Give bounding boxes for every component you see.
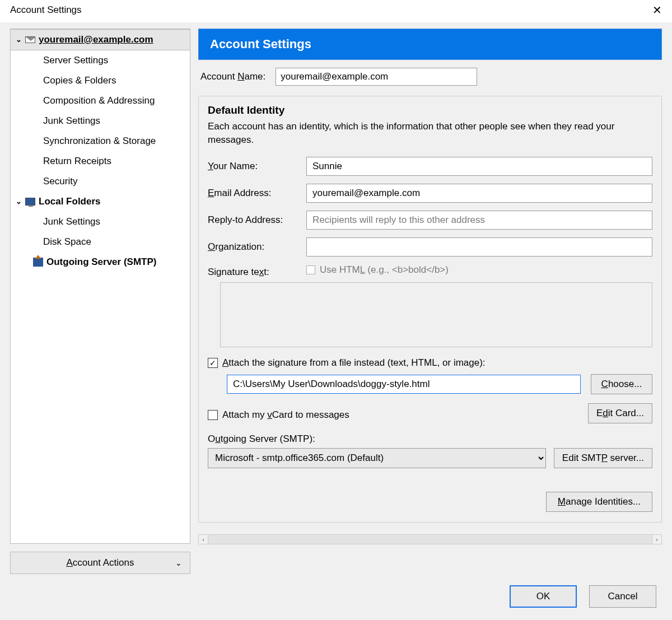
horizontal-scrollbar[interactable]: ‹ › [198, 534, 662, 545]
identity-title: Default Identity [208, 104, 652, 116]
account-tree[interactable]: ⌄ youremail@example.com Server Settings … [10, 29, 190, 544]
use-html-row: Use HTML (e.g., <b>bold</b>) [306, 264, 652, 276]
sidebar-local-folders[interactable]: ⌄ Local Folders [11, 192, 190, 212]
scroll-left-icon[interactable]: ‹ [198, 534, 208, 544]
chevron-down-icon: ⌄ [15, 36, 22, 43]
sidebar-item-server-settings[interactable]: Server Settings [11, 50, 190, 71]
vcard-label: Attach my vCard to messages [222, 409, 349, 421]
chevron-down-icon: ⌄ [15, 198, 22, 205]
sidebar-item-composition[interactable]: Composition & Addressing [11, 91, 190, 111]
vcard-row: Attach my vCard to messages Edit Card... [208, 403, 652, 423]
account-actions-dropdown[interactable]: Account Actions ⌄ [10, 552, 190, 574]
your-name-label: Your Name: [208, 161, 306, 172]
edit-smtp-button[interactable]: Edit SMTP server... [554, 448, 652, 468]
outgoing-row: Microsoft - smtp.office365.com (Default)… [208, 448, 652, 468]
file-path-input[interactable] [227, 375, 581, 394]
account-name-label: Account Name: [200, 71, 265, 82]
reply-input[interactable] [306, 211, 652, 230]
chevron-down-icon: ⌄ [175, 558, 182, 567]
outgoing-label: Outgoing Server (SMTP): [208, 433, 652, 445]
attach-file-label: Attach the signature from a file instead… [222, 357, 486, 369]
monitor-icon [25, 198, 35, 206]
sidebar: ⌄ youremail@example.com Server Settings … [10, 23, 190, 574]
sidebar-item-return-receipts[interactable]: Return Receipts [11, 151, 190, 171]
default-identity-panel: Default Identity Each account has an ide… [198, 96, 662, 523]
org-label: Organization: [208, 241, 306, 253]
your-name-row: Your Name: [208, 157, 652, 176]
use-html-label: Use HTML (e.g., <b>bold</b>) [320, 264, 449, 276]
sidebar-item-sync-storage[interactable]: Synchronization & Storage [11, 131, 190, 151]
email-label: Email Address: [208, 188, 306, 199]
sig-row: Signature text: Use HTML (e.g., <b>bold<… [208, 264, 652, 280]
signature-textarea [220, 282, 652, 347]
sidebar-account-label: youremail@example.com [39, 32, 153, 48]
manage-row: Manage Identities... [208, 492, 652, 512]
email-input[interactable] [306, 184, 652, 203]
use-html-checkbox[interactable] [306, 265, 315, 274]
reply-row: Reply-to Address: [208, 211, 652, 230]
close-icon[interactable]: ✕ [650, 3, 664, 17]
sidebar-account-root[interactable]: ⌄ youremail@example.com [11, 29, 190, 50]
sig-text-row [208, 282, 652, 347]
scroll-right-icon[interactable]: › [652, 534, 662, 544]
sidebar-item-disk-space[interactable]: Disk Space [11, 232, 190, 252]
account-name-row: Account Name: [198, 60, 662, 96]
choose-button[interactable]: Choose... [591, 374, 652, 394]
account-actions-label: Account Actions [67, 557, 134, 568]
dialog-footer: OK Cancel [0, 574, 672, 620]
panel-header: Account Settings [198, 29, 662, 60]
manage-identities-button[interactable]: Manage Identities... [546, 492, 652, 512]
sidebar-item-security[interactable]: Security [11, 171, 190, 192]
vcard-checkbox[interactable] [208, 410, 218, 420]
identity-desc: Each account has an identity, which is t… [208, 120, 652, 147]
sidebar-item-local-junk[interactable]: Junk Settings [11, 212, 190, 232]
attach-file-checkbox[interactable] [208, 358, 218, 368]
sidebar-outgoing-smtp[interactable]: Outgoing Server (SMTP) [11, 252, 190, 272]
cancel-button[interactable]: Cancel [589, 585, 656, 608]
your-name-input[interactable] [306, 157, 652, 176]
org-input[interactable] [306, 237, 652, 257]
main-panel: Account Settings Account Name: Default I… [198, 23, 662, 574]
scroll-track[interactable] [208, 534, 652, 544]
file-path-row: Choose... [227, 374, 652, 394]
sidebar-item-copies-folders[interactable]: Copies & Folders [11, 71, 190, 91]
ok-button[interactable]: OK [510, 585, 577, 608]
window-title: Account Settings [10, 4, 82, 16]
attach-file-row: Attach the signature from a file instead… [208, 357, 652, 369]
outgoing-select[interactable]: Microsoft - smtp.office365.com (Default) [208, 448, 546, 468]
account-name-input[interactable] [276, 68, 477, 86]
sig-label: Signature text: [208, 264, 306, 278]
org-row: Organization: [208, 237, 652, 257]
edit-card-button[interactable]: Edit Card... [588, 403, 652, 423]
mail-icon [25, 36, 35, 43]
reply-label: Reply-to Address: [208, 215, 306, 226]
sidebar-item-junk[interactable]: Junk Settings [11, 111, 190, 131]
email-row: Email Address: [208, 184, 652, 203]
dialog-body: ⌄ youremail@example.com Server Settings … [0, 22, 672, 574]
outgoing-server-icon [33, 258, 43, 267]
account-settings-window: Account Settings ✕ ⌄ youremail@example.c… [0, 0, 672, 620]
titlebar: Account Settings ✕ [0, 0, 672, 22]
